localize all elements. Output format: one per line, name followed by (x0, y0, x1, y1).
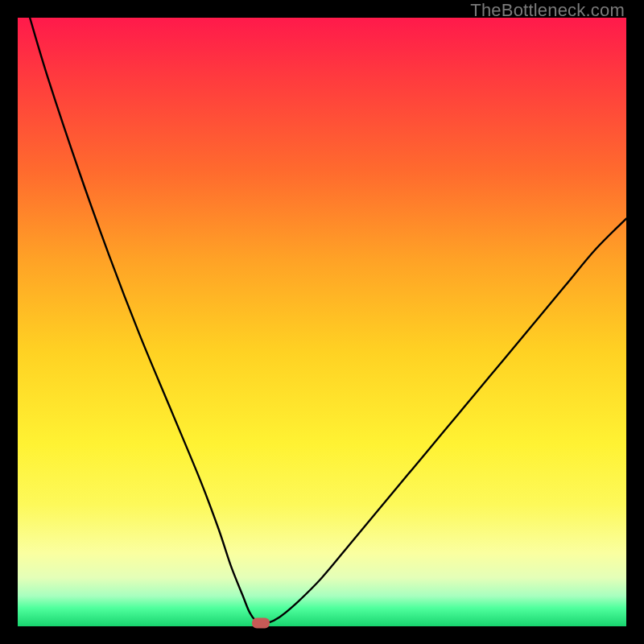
chart-frame: TheBottleneck.com (0, 0, 644, 644)
bottleneck-curve (18, 18, 626, 626)
plot-area (18, 18, 626, 626)
optimal-point-marker (252, 618, 270, 629)
